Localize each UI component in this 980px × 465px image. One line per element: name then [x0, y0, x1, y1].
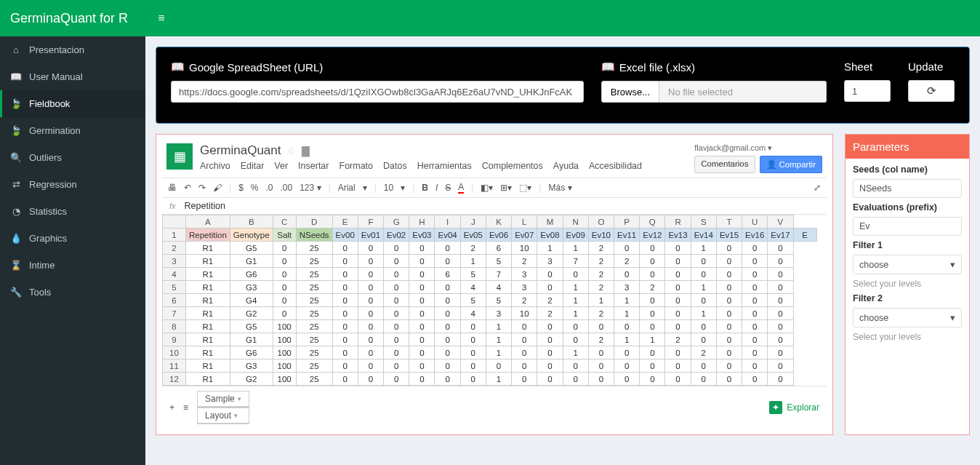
data-cell[interactable]: 0: [716, 359, 742, 373]
data-cell[interactable]: 0: [665, 294, 691, 307]
data-cell[interactable]: 0: [742, 242, 768, 255]
col-header[interactable]: O: [588, 215, 614, 228]
borders-icon[interactable]: ⊞▾: [500, 183, 512, 193]
data-cell[interactable]: 25: [296, 373, 332, 386]
header-cell[interactable]: Ev11: [614, 228, 640, 242]
data-cell[interactable]: 100: [273, 359, 296, 373]
data-cell[interactable]: 0: [332, 359, 358, 373]
data-cell[interactable]: 0: [384, 333, 409, 346]
row-number[interactable]: 4: [163, 268, 186, 281]
data-cell[interactable]: 25: [296, 359, 332, 373]
data-cell[interactable]: 1: [691, 281, 716, 294]
data-cell[interactable]: R1: [186, 320, 230, 333]
data-cell[interactable]: 0: [614, 373, 640, 386]
paint-icon[interactable]: 🖌: [213, 183, 222, 193]
menu-ayuda[interactable]: Ayuda: [553, 161, 579, 171]
data-cell[interactable]: 0: [435, 294, 460, 307]
data-cell[interactable]: 1: [563, 307, 588, 320]
data-cell[interactable]: 0: [716, 242, 742, 255]
data-cell[interactable]: 0: [716, 255, 742, 268]
data-cell[interactable]: R1: [186, 242, 230, 255]
data-cell[interactable]: 0: [332, 242, 358, 255]
data-cell[interactable]: 0: [640, 307, 665, 320]
sidebar-item-intime[interactable]: ⌛Intime: [0, 252, 145, 279]
data-cell[interactable]: 0: [691, 333, 716, 346]
data-cell[interactable]: 0: [409, 320, 435, 333]
col-header[interactable]: M: [537, 215, 563, 228]
data-cell[interactable]: 0: [665, 359, 691, 373]
data-cell[interactable]: 0: [563, 268, 588, 281]
col-header[interactable]: [163, 215, 186, 228]
data-cell[interactable]: 0: [358, 281, 383, 294]
data-cell[interactable]: 0: [691, 373, 716, 386]
col-header[interactable]: U: [742, 215, 768, 228]
data-cell[interactable]: 1: [614, 307, 640, 320]
data-cell[interactable]: 0: [384, 281, 409, 294]
col-header[interactable]: E: [332, 215, 358, 228]
data-cell[interactable]: 0: [563, 359, 588, 373]
data-cell[interactable]: 0: [742, 320, 768, 333]
data-cell[interactable]: 0: [640, 255, 665, 268]
data-cell[interactable]: 0: [691, 268, 716, 281]
header-cell[interactable]: Ev00: [332, 228, 358, 242]
sidebar-item-user-manual[interactable]: 📖User Manual: [0, 63, 145, 90]
col-header[interactable]: S: [691, 215, 716, 228]
data-cell[interactable]: 1: [563, 346, 588, 359]
data-cell[interactable]: 0: [409, 346, 435, 359]
data-cell[interactable]: 2: [588, 333, 614, 346]
data-cell[interactable]: 0: [384, 255, 409, 268]
data-cell[interactable]: 0: [435, 346, 460, 359]
col-header[interactable]: L: [512, 215, 537, 228]
data-cell[interactable]: 25: [296, 268, 332, 281]
data-cell[interactable]: 0: [273, 268, 296, 281]
data-cell[interactable]: 0: [742, 373, 768, 386]
header-cell[interactable]: Genotype: [230, 228, 273, 242]
data-cell[interactable]: 1: [563, 294, 588, 307]
data-cell[interactable]: 0: [716, 294, 742, 307]
data-cell[interactable]: 0: [460, 359, 486, 373]
header-cell[interactable]: Ev09: [563, 228, 588, 242]
data-cell[interactable]: 25: [296, 333, 332, 346]
data-cell[interactable]: 1: [537, 242, 563, 255]
italic-icon[interactable]: I: [435, 183, 438, 193]
col-header[interactable]: A: [186, 215, 230, 228]
data-cell[interactable]: 0: [409, 307, 435, 320]
expand-icon[interactable]: ⤢: [814, 183, 821, 193]
data-cell[interactable]: 0: [768, 268, 793, 281]
data-cell[interactable]: R1: [186, 333, 230, 346]
header-cell[interactable]: NSeeds: [296, 228, 332, 242]
data-cell[interactable]: 0: [665, 346, 691, 359]
data-cell[interactable]: 7: [486, 268, 511, 281]
redo-icon[interactable]: ↷: [198, 183, 206, 193]
data-cell[interactable]: 0: [537, 333, 563, 346]
header-cell[interactable]: E: [793, 228, 816, 242]
data-cell[interactable]: 0: [768, 333, 793, 346]
data-cell[interactable]: G5: [230, 320, 273, 333]
seeds-input[interactable]: [853, 179, 962, 198]
data-cell[interactable]: 0: [563, 373, 588, 386]
col-header[interactable]: C: [273, 215, 296, 228]
star-icon[interactable]: ☆: [287, 146, 296, 156]
data-cell[interactable]: 3: [512, 268, 537, 281]
data-cell[interactable]: 0: [665, 268, 691, 281]
data-cell[interactable]: 0: [716, 307, 742, 320]
data-cell[interactable]: 0: [512, 346, 537, 359]
data-cell[interactable]: 0: [665, 307, 691, 320]
data-cell[interactable]: 3: [614, 281, 640, 294]
data-cell[interactable]: 0: [332, 333, 358, 346]
data-cell[interactable]: 0: [768, 242, 793, 255]
data-cell[interactable]: 1: [691, 307, 716, 320]
col-header[interactable]: F: [358, 215, 383, 228]
data-cell[interactable]: 2: [588, 242, 614, 255]
col-header[interactable]: H: [409, 215, 435, 228]
filter2-select[interactable]: choose▾: [853, 308, 962, 327]
data-cell[interactable]: 0: [665, 255, 691, 268]
header-cell[interactable]: Ev08: [537, 228, 563, 242]
sidebar-item-presentacion[interactable]: ⌂Presentacion: [0, 36, 145, 63]
currency-icon[interactable]: $: [238, 183, 244, 193]
data-cell[interactable]: G5: [230, 242, 273, 255]
data-cell[interactable]: 0: [358, 255, 383, 268]
data-cell[interactable]: 0: [332, 255, 358, 268]
all-sheets-icon[interactable]: ≡: [183, 402, 188, 413]
data-cell[interactable]: 0: [435, 333, 460, 346]
